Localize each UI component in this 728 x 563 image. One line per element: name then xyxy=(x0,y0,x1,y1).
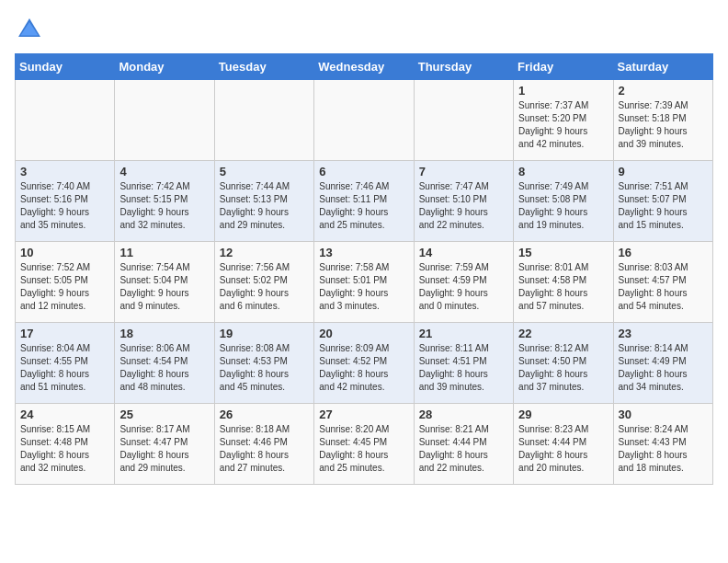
header-saturday: Saturday xyxy=(613,54,712,80)
day-number: 9 xyxy=(619,165,708,178)
calendar-cell: 1Sunrise: 7:37 AM Sunset: 5:20 PM Daylig… xyxy=(514,80,613,161)
day-info: Sunrise: 7:59 AM Sunset: 4:59 PM Dayligh… xyxy=(419,261,508,313)
day-info: Sunrise: 7:42 AM Sunset: 5:15 PM Dayligh… xyxy=(119,180,209,232)
calendar-table: Sunday Monday Tuesday Wednesday Thursday… xyxy=(15,53,713,485)
calendar-cell xyxy=(314,80,414,161)
day-number: 16 xyxy=(619,246,708,259)
day-number: 12 xyxy=(220,246,309,259)
logo xyxy=(15,15,48,44)
day-info: Sunrise: 7:40 AM Sunset: 5:16 PM Dayligh… xyxy=(20,180,109,232)
day-info: Sunrise: 8:12 AM Sunset: 4:50 PM Dayligh… xyxy=(518,342,608,394)
week-row-1: 1Sunrise: 7:37 AM Sunset: 5:20 PM Daylig… xyxy=(16,80,713,161)
day-info: Sunrise: 8:18 AM Sunset: 4:46 PM Dayligh… xyxy=(220,423,309,475)
calendar-cell: 25Sunrise: 8:17 AM Sunset: 4:47 PM Dayli… xyxy=(115,404,214,485)
day-number: 23 xyxy=(619,327,708,340)
calendar-cell: 27Sunrise: 8:20 AM Sunset: 4:45 PM Dayli… xyxy=(314,404,414,485)
calendar-cell: 18Sunrise: 8:06 AM Sunset: 4:54 PM Dayli… xyxy=(115,323,214,404)
day-info: Sunrise: 8:21 AM Sunset: 4:44 PM Dayligh… xyxy=(419,423,508,475)
day-number: 17 xyxy=(20,327,109,340)
logo-icon xyxy=(15,15,44,44)
calendar-cell: 15Sunrise: 8:01 AM Sunset: 4:58 PM Dayli… xyxy=(514,242,613,323)
day-number: 19 xyxy=(220,327,309,340)
day-number: 4 xyxy=(119,165,209,178)
day-number: 1 xyxy=(518,84,608,98)
day-info: Sunrise: 7:37 AM Sunset: 5:20 PM Dayligh… xyxy=(518,99,608,151)
calendar-cell: 21Sunrise: 8:11 AM Sunset: 4:51 PM Dayli… xyxy=(414,323,513,404)
day-info: Sunrise: 7:44 AM Sunset: 5:13 PM Dayligh… xyxy=(220,180,309,232)
calendar-cell: 28Sunrise: 8:21 AM Sunset: 4:44 PM Dayli… xyxy=(414,404,513,485)
day-number: 28 xyxy=(419,408,508,421)
day-number: 15 xyxy=(518,246,608,259)
day-info: Sunrise: 8:14 AM Sunset: 4:49 PM Dayligh… xyxy=(619,342,708,394)
day-info: Sunrise: 7:49 AM Sunset: 5:08 PM Dayligh… xyxy=(518,180,608,232)
calendar-cell: 22Sunrise: 8:12 AM Sunset: 4:50 PM Dayli… xyxy=(514,323,613,404)
calendar-cell: 19Sunrise: 8:08 AM Sunset: 4:53 PM Dayli… xyxy=(214,323,313,404)
calendar-header: Sunday Monday Tuesday Wednesday Thursday… xyxy=(16,54,713,80)
week-row-5: 24Sunrise: 8:15 AM Sunset: 4:48 PM Dayli… xyxy=(16,404,713,485)
calendar-cell: 20Sunrise: 8:09 AM Sunset: 4:52 PM Dayli… xyxy=(314,323,414,404)
day-number: 21 xyxy=(419,327,508,340)
day-number: 29 xyxy=(518,408,608,421)
day-info: Sunrise: 8:09 AM Sunset: 4:52 PM Dayligh… xyxy=(319,342,408,394)
week-row-2: 3Sunrise: 7:40 AM Sunset: 5:16 PM Daylig… xyxy=(16,161,713,242)
day-number: 3 xyxy=(20,165,109,178)
header-row: Sunday Monday Tuesday Wednesday Thursday… xyxy=(16,54,713,80)
calendar-cell: 14Sunrise: 7:59 AM Sunset: 4:59 PM Dayli… xyxy=(414,242,513,323)
day-number: 22 xyxy=(518,327,608,340)
day-number: 8 xyxy=(518,165,608,178)
day-info: Sunrise: 8:04 AM Sunset: 4:55 PM Dayligh… xyxy=(20,342,109,394)
calendar-cell: 9Sunrise: 7:51 AM Sunset: 5:07 PM Daylig… xyxy=(613,161,712,242)
calendar-cell: 8Sunrise: 7:49 AM Sunset: 5:08 PM Daylig… xyxy=(514,161,613,242)
day-number: 7 xyxy=(419,165,508,178)
calendar-cell: 26Sunrise: 8:18 AM Sunset: 4:46 PM Dayli… xyxy=(214,404,313,485)
day-number: 24 xyxy=(20,408,109,421)
day-info: Sunrise: 8:17 AM Sunset: 4:47 PM Dayligh… xyxy=(119,423,209,475)
day-info: Sunrise: 8:03 AM Sunset: 4:57 PM Dayligh… xyxy=(619,261,708,313)
calendar-cell: 6Sunrise: 7:46 AM Sunset: 5:11 PM Daylig… xyxy=(314,161,414,242)
day-info: Sunrise: 7:52 AM Sunset: 5:05 PM Dayligh… xyxy=(20,261,109,313)
header-thursday: Thursday xyxy=(414,54,513,80)
calendar-cell: 4Sunrise: 7:42 AM Sunset: 5:15 PM Daylig… xyxy=(115,161,214,242)
day-info: Sunrise: 7:58 AM Sunset: 5:01 PM Dayligh… xyxy=(319,261,408,313)
day-info: Sunrise: 7:47 AM Sunset: 5:10 PM Dayligh… xyxy=(419,180,508,232)
day-info: Sunrise: 7:56 AM Sunset: 5:02 PM Dayligh… xyxy=(220,261,309,313)
day-info: Sunrise: 8:06 AM Sunset: 4:54 PM Dayligh… xyxy=(119,342,209,394)
day-number: 14 xyxy=(419,246,508,259)
calendar-cell: 12Sunrise: 7:56 AM Sunset: 5:02 PM Dayli… xyxy=(214,242,313,323)
day-number: 5 xyxy=(220,165,309,178)
day-number: 25 xyxy=(119,408,209,421)
calendar-cell: 23Sunrise: 8:14 AM Sunset: 4:49 PM Dayli… xyxy=(613,323,712,404)
day-number: 18 xyxy=(119,327,209,340)
calendar-cell: 30Sunrise: 8:24 AM Sunset: 4:43 PM Dayli… xyxy=(613,404,712,485)
calendar-cell: 13Sunrise: 7:58 AM Sunset: 5:01 PM Dayli… xyxy=(314,242,414,323)
day-number: 11 xyxy=(119,246,209,259)
calendar-cell: 16Sunrise: 8:03 AM Sunset: 4:57 PM Dayli… xyxy=(613,242,712,323)
calendar-cell xyxy=(16,80,115,161)
header-monday: Monday xyxy=(115,54,214,80)
day-info: Sunrise: 8:01 AM Sunset: 4:58 PM Dayligh… xyxy=(518,261,608,313)
day-info: Sunrise: 8:08 AM Sunset: 4:53 PM Dayligh… xyxy=(220,342,309,394)
day-number: 10 xyxy=(20,246,109,259)
calendar-body: 1Sunrise: 7:37 AM Sunset: 5:20 PM Daylig… xyxy=(16,80,713,485)
calendar-cell: 5Sunrise: 7:44 AM Sunset: 5:13 PM Daylig… xyxy=(214,161,313,242)
day-number: 6 xyxy=(319,165,408,178)
calendar-cell: 7Sunrise: 7:47 AM Sunset: 5:10 PM Daylig… xyxy=(414,161,513,242)
week-row-3: 10Sunrise: 7:52 AM Sunset: 5:05 PM Dayli… xyxy=(16,242,713,323)
calendar-cell: 10Sunrise: 7:52 AM Sunset: 5:05 PM Dayli… xyxy=(16,242,115,323)
day-number: 13 xyxy=(319,246,408,259)
calendar-cell: 2Sunrise: 7:39 AM Sunset: 5:18 PM Daylig… xyxy=(613,80,712,161)
day-info: Sunrise: 8:23 AM Sunset: 4:44 PM Dayligh… xyxy=(518,423,608,475)
header-sunday: Sunday xyxy=(16,54,115,80)
day-info: Sunrise: 7:51 AM Sunset: 5:07 PM Dayligh… xyxy=(619,180,708,232)
calendar-cell xyxy=(414,80,513,161)
day-info: Sunrise: 8:20 AM Sunset: 4:45 PM Dayligh… xyxy=(319,423,408,475)
day-number: 26 xyxy=(220,408,309,421)
day-number: 2 xyxy=(619,84,708,98)
day-info: Sunrise: 8:15 AM Sunset: 4:48 PM Dayligh… xyxy=(20,423,109,475)
week-row-4: 17Sunrise: 8:04 AM Sunset: 4:55 PM Dayli… xyxy=(16,323,713,404)
day-info: Sunrise: 7:54 AM Sunset: 5:04 PM Dayligh… xyxy=(119,261,209,313)
calendar-cell: 24Sunrise: 8:15 AM Sunset: 4:48 PM Dayli… xyxy=(16,404,115,485)
day-info: Sunrise: 8:11 AM Sunset: 4:51 PM Dayligh… xyxy=(419,342,508,394)
header-wednesday: Wednesday xyxy=(314,54,414,80)
calendar-cell: 11Sunrise: 7:54 AM Sunset: 5:04 PM Dayli… xyxy=(115,242,214,323)
